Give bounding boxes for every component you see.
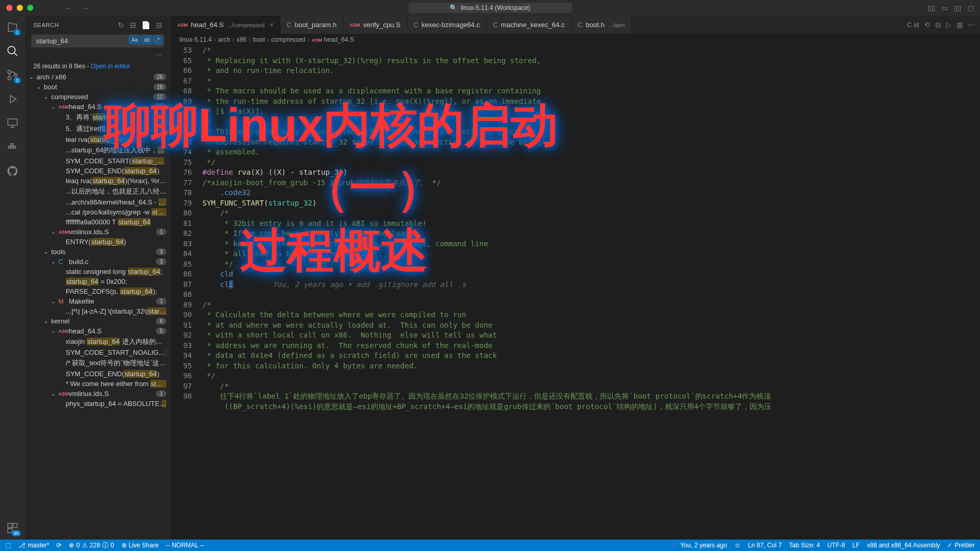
- feedback-icon[interactable]: ☺: [734, 542, 741, 549]
- search-result[interactable]: ffffffffa9a00000 T startup_64: [25, 217, 171, 227]
- command-center[interactable]: 🔍 linux-5.11.4 (Workspace): [408, 3, 572, 13]
- code-editor[interactable]: 5365666768697071727374757677787980818283…: [171, 45, 980, 540]
- tab[interactable]: Cmachine_kexec_64.c: [487, 16, 572, 34]
- search-result[interactable]: ...]*\) [a-zA-Z] \(startup_32\|startup_6…: [25, 306, 171, 316]
- tree-folder[interactable]: ⌄ASMvmlinux.lds.S1: [25, 389, 171, 399]
- match-word[interactable]: ab: [141, 35, 152, 44]
- search-result[interactable]: SYM_CODE_END(startup_64): [25, 166, 171, 176]
- close-icon[interactable]: ×: [270, 21, 274, 29]
- git-sync[interactable]: ⟳: [56, 542, 62, 549]
- toggle-panel-right-icon[interactable]: ▯▯: [954, 4, 961, 12]
- search-results-tree[interactable]: ⌄arch / x8626⌄boot16⌄compressed12⌄ASMhea…: [25, 72, 171, 540]
- close-window[interactable]: [6, 5, 13, 11]
- nav-forward[interactable]: →: [82, 4, 89, 12]
- tree-folder[interactable]: ⌄Cbuild.c3: [25, 257, 171, 267]
- remote-indicator[interactable]: ⬚: [5, 542, 11, 549]
- clear-icon[interactable]: ⊟: [130, 21, 137, 29]
- toggle-panel-bottom-icon[interactable]: ▭: [941, 4, 948, 12]
- search-result[interactable]: ...以后的地址，也就是正儿八经内核代码段...: [25, 186, 171, 197]
- search-result[interactable]: ...cat /proc/kallsyms|grep -w startup_64: [25, 207, 171, 217]
- search-result[interactable]: /* 获取_text符号的`物理地址`这个符号跟本...: [25, 357, 171, 369]
- search-result[interactable]: leal rva(startup_64)(%e...: [25, 135, 171, 145]
- explorer-icon[interactable]: 1: [6, 21, 19, 33]
- search-result[interactable]: ...startup_64的地址压入栈中，...: [25, 145, 171, 156]
- prettier[interactable]: ✓ Prettier: [947, 542, 975, 549]
- tree-folder[interactable]: ⌄ASMvmlinux.lds.S1: [25, 227, 171, 237]
- split-icon[interactable]: ▥: [957, 21, 963, 29]
- search-result[interactable]: leaq rva(startup_64)(%rax), %rax: [25, 176, 171, 186]
- minimize-window[interactable]: [17, 5, 23, 11]
- github-icon[interactable]: [6, 165, 19, 177]
- search-result[interactable]: startup_64 = 0x200;: [25, 277, 171, 286]
- refresh-icon[interactable]: ↻: [118, 21, 125, 29]
- tree-folder[interactable]: ⌄ASMhead_64.S11: [25, 102, 171, 112]
- search-icon[interactable]: [6, 45, 19, 57]
- customize-layout-icon[interactable]: ▢: [967, 4, 974, 12]
- tab[interactable]: Cboot_param.h: [281, 16, 344, 34]
- tab[interactable]: Cboot.h.../asm: [572, 16, 632, 34]
- breadcrumb-item[interactable]: ASM head_64.S: [311, 36, 354, 43]
- search-result[interactable]: SYM_CODE_END(startup_64): [25, 369, 171, 379]
- search-result[interactable]: 3、再将`startup_64`存入: [25, 112, 171, 123]
- tree-folder[interactable]: ⌄compressed12: [25, 92, 171, 102]
- search-result[interactable]: phys_startup_64 = ABSOLUTE(startup...: [25, 399, 171, 409]
- regex[interactable]: .*: [153, 35, 162, 44]
- count-badge: 3: [156, 248, 166, 255]
- tab[interactable]: Ckexec-bzimage64.c: [407, 16, 487, 34]
- run-icon[interactable]: ▷: [946, 21, 951, 29]
- c-icon: C: [287, 21, 292, 29]
- breadcrumb-item[interactable]: x86: [236, 36, 246, 43]
- tree-folder[interactable]: ⌄kernel6: [25, 316, 171, 326]
- timeline-icon[interactable]: ⟲: [924, 21, 930, 29]
- breadcrumb[interactable]: linux-5.11.4›arch›x86›boot›compressed›AS…: [171, 34, 980, 45]
- search-result[interactable]: * We come here either from startup_64 (.…: [25, 379, 171, 389]
- breadcrumb-item[interactable]: linux-5.11.4: [179, 36, 212, 43]
- search-result[interactable]: ENTRY(startup_64): [25, 237, 171, 247]
- run-debug-icon[interactable]: [6, 93, 19, 105]
- git-branch[interactable]: ⎇ master*: [18, 542, 49, 549]
- toggle-panel-left-icon[interactable]: ▯▯: [928, 4, 935, 12]
- tree-folder[interactable]: ⌄tools3: [25, 247, 171, 257]
- tab[interactable]: ASMhead_64.S.../compressed×: [171, 16, 281, 34]
- cursor-position[interactable]: Ln 87, Col 7: [748, 542, 782, 549]
- c-icon: C: [414, 21, 418, 29]
- collapse-icon[interactable]: ⊟: [156, 21, 163, 29]
- problems[interactable]: ⊗ 0 ⚠ 228 ⓘ 0: [69, 541, 114, 550]
- search-result[interactable]: SYM_CODE_START(startup_64) /*xiaoj...: [25, 156, 171, 166]
- eol[interactable]: LF: [852, 542, 860, 549]
- search-result[interactable]: ...arch/x86/kernel/head_64.S - startup_.…: [25, 197, 171, 207]
- search-result[interactable]: 5、通过lret指令，跳转到栈...: [25, 123, 171, 135]
- tree-folder[interactable]: ⌄arch / x8626: [25, 72, 171, 82]
- breadcrumb-item[interactable]: boot: [253, 36, 265, 43]
- live-share[interactable]: ⊕ Live Share: [122, 542, 159, 549]
- maximize-window[interactable]: [27, 5, 33, 11]
- breadcrumb-item[interactable]: compressed: [271, 36, 305, 43]
- search-result[interactable]: xiaojin startup_64 进入内核的第一行代码运...: [25, 336, 171, 348]
- toggle-replace[interactable]: ⋯: [25, 51, 171, 61]
- git-blame[interactable]: 👤 You, 2 years ago: [670, 542, 727, 549]
- compare-icon[interactable]: C id: [907, 21, 919, 29]
- code-content[interactable]: /* * Replacing it with (X-startup_32)(%r…: [202, 45, 980, 540]
- new-search-icon[interactable]: 📄: [141, 21, 151, 29]
- encoding[interactable]: UTF-8: [827, 542, 845, 549]
- tree-folder[interactable]: ⌄ASMhead_64.S5: [25, 326, 171, 336]
- open-in-editor-link[interactable]: Open in editor: [91, 63, 130, 70]
- search-result[interactable]: PARSE_ZOFS(p, startup_64);: [25, 286, 171, 296]
- search-result[interactable]: static unsigned long startup_64;: [25, 267, 171, 277]
- remote-icon[interactable]: [6, 117, 19, 129]
- tab-size[interactable]: Tab Size: 4: [789, 542, 820, 549]
- nav-back[interactable]: ←: [65, 4, 71, 12]
- tree-folder[interactable]: ⌄MMakefile1: [25, 296, 171, 306]
- docker-icon[interactable]: [6, 141, 19, 153]
- tab[interactable]: ASMverify_cpu.S: [343, 16, 407, 34]
- match-case[interactable]: Aa: [129, 35, 140, 44]
- diff-icon[interactable]: ⊟: [935, 21, 941, 29]
- source-control-icon[interactable]: 3: [6, 69, 19, 81]
- svg-rect-10: [13, 523, 17, 528]
- language-mode[interactable]: x86 and x86_64 Assembly: [867, 542, 940, 549]
- search-result[interactable]: SYM_CODE_START_NOALIGN(startup_6...: [25, 348, 171, 357]
- extensions-icon[interactable]: 95: [6, 522, 19, 534]
- more-icon[interactable]: ⋯: [968, 21, 975, 29]
- tree-folder[interactable]: ⌄boot16: [25, 82, 171, 92]
- breadcrumb-item[interactable]: arch: [218, 36, 230, 43]
